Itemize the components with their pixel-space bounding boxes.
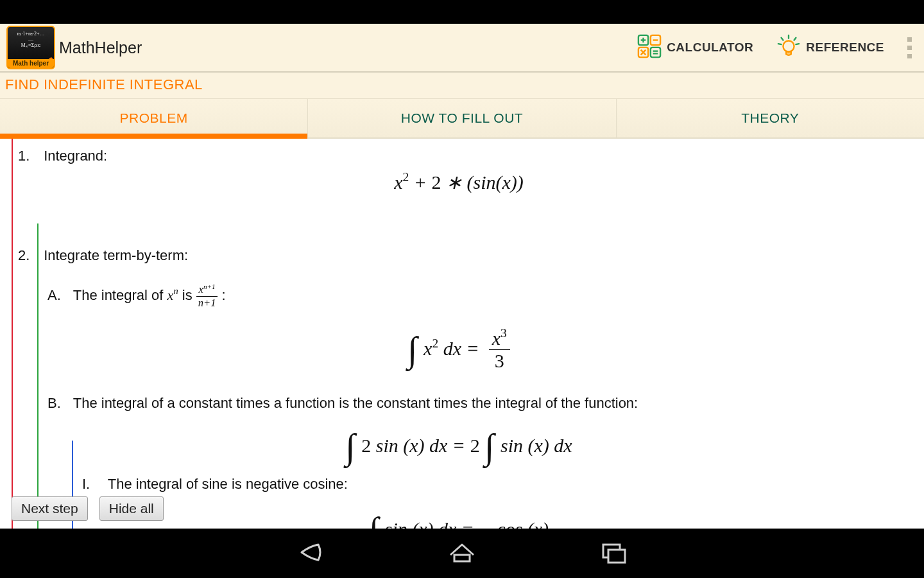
step-number: 1. xyxy=(18,148,40,164)
step-2a: A. The integral of xn is xn+1n+1 : xyxy=(47,283,909,310)
tab-bar: PROBLEM HOW TO FILL OUT THEORY xyxy=(0,99,924,139)
step-text: The integral of a constant times a funct… xyxy=(73,395,638,411)
svg-rect-18 xyxy=(454,555,470,561)
svg-line-13 xyxy=(794,37,796,40)
step-text: The integral of sine is negative cosine: xyxy=(108,476,348,492)
svg-line-14 xyxy=(778,44,782,44)
step-number: I. xyxy=(82,476,104,493)
step-number: A. xyxy=(47,287,69,304)
calculator-button[interactable]: CALCULATOR xyxy=(626,24,765,71)
calculator-icon xyxy=(637,34,662,62)
margin-ruler xyxy=(12,139,13,529)
step-text: Integrand: xyxy=(44,148,107,164)
equation-constant-multiple: ∫ 2 sin (x) dx = 2 ∫ sin (x) dx xyxy=(9,419,909,460)
back-button[interactable] xyxy=(293,538,329,569)
app-icon-banner: Math helper xyxy=(8,59,54,68)
svg-rect-8 xyxy=(651,47,660,57)
equation-power-rule: ∫ x2 dx = x33 xyxy=(9,322,909,373)
dot-icon xyxy=(907,37,912,42)
step-2b-i: I. The integral of sine is negative cosi… xyxy=(82,476,909,493)
step-2b: B. The integral of a constant times a fu… xyxy=(47,395,909,412)
tab-how-to-fill-out[interactable]: HOW TO FILL OUT xyxy=(307,99,615,137)
svg-line-15 xyxy=(796,44,800,44)
hide-all-button[interactable]: Hide all xyxy=(99,496,164,521)
dot-icon xyxy=(907,54,912,58)
svg-point-16 xyxy=(783,40,794,51)
step-text: Integrate term-by-term: xyxy=(44,247,188,263)
reference-label: REFERENCE xyxy=(806,40,884,55)
android-nav-bar xyxy=(0,529,924,578)
action-bar: n₁·1+n₂·2+…—Mₓ=Σρᵢxᵢ Math helper MathHel… xyxy=(0,24,924,73)
svg-line-12 xyxy=(782,37,783,40)
svg-rect-20 xyxy=(608,550,625,563)
app-title: MathHelper xyxy=(59,39,626,57)
integrand-expression: x2 + 2 ∗ (sin(x)) xyxy=(9,171,909,193)
button-row: Next step Hide all xyxy=(12,496,164,521)
tab-theory[interactable]: THEORY xyxy=(616,99,924,137)
dot-icon xyxy=(907,46,912,50)
app-icon: n₁·1+n₂·2+…—Mₓ=Σρᵢxᵢ Math helper xyxy=(6,26,55,69)
step-number: B. xyxy=(47,395,69,412)
step-2: 2. Integrate term-by-term: xyxy=(18,247,909,264)
overflow-menu-button[interactable] xyxy=(898,30,920,66)
calculator-label: CALCULATOR xyxy=(667,40,753,55)
lightbulb-icon xyxy=(776,34,801,62)
reference-button[interactable]: REFERENCE xyxy=(765,24,896,71)
recents-button[interactable] xyxy=(595,538,631,569)
home-button[interactable] xyxy=(444,538,480,569)
step-1: 1. Integrand: xyxy=(18,148,909,164)
page-subtitle: FIND INDEFINITE INTEGRAL xyxy=(0,73,924,99)
step-number: 2. xyxy=(18,247,40,264)
next-step-button[interactable]: Next step xyxy=(12,496,88,521)
tab-problem[interactable]: PROBLEM xyxy=(0,99,307,137)
margin-ruler xyxy=(37,223,38,529)
problem-content: 1. Integrand: x2 + 2 ∗ (sin(x)) 2. Integ… xyxy=(0,139,924,529)
step-text: The integral of xn is xn+1n+1 : xyxy=(73,287,226,303)
